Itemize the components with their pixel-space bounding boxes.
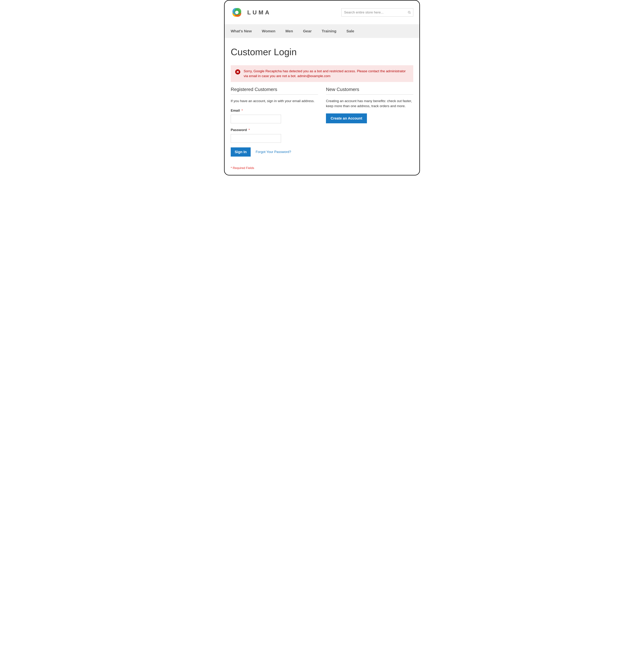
required-mark: * xyxy=(249,128,250,132)
app-frame: LUMA What's New Women Men Gear Training … xyxy=(224,0,420,175)
logo[interactable]: LUMA xyxy=(231,6,271,19)
password-label-text: Password xyxy=(231,128,247,132)
nav-item-whats-new[interactable]: What's New xyxy=(231,24,252,38)
logo-icon xyxy=(231,6,243,19)
error-alert: Sorry, Google Recaptcha has detected you… xyxy=(231,65,413,82)
new-customers-section: New Customers Creating an account has ma… xyxy=(326,87,413,170)
new-customers-title: New Customers xyxy=(326,87,413,92)
page-title: Customer Login xyxy=(231,46,413,57)
forgot-password-link[interactable]: Forgot Your Password? xyxy=(256,150,291,154)
nav-item-sale[interactable]: Sale xyxy=(346,24,354,38)
nav-item-women[interactable]: Women xyxy=(262,24,275,38)
create-account-button[interactable]: Create an Account xyxy=(326,113,367,123)
header: LUMA xyxy=(225,1,419,24)
search-input[interactable] xyxy=(341,8,413,16)
svg-point-5 xyxy=(408,11,410,13)
nav-item-men[interactable]: Men xyxy=(285,24,293,38)
svg-point-4 xyxy=(235,11,238,14)
search-icon[interactable] xyxy=(408,11,411,14)
nav-item-gear[interactable]: Gear xyxy=(303,24,312,38)
new-customers-description: Creating an account has many benefits: c… xyxy=(326,99,413,108)
error-icon xyxy=(235,69,240,75)
registered-customers-section: Registered Customers If you have an acco… xyxy=(231,87,318,170)
email-label-text: Email xyxy=(231,109,240,112)
password-field[interactable] xyxy=(231,134,281,143)
main-nav: What's New Women Men Gear Training Sale xyxy=(225,24,419,38)
registered-description: If you have an account, sign in with you… xyxy=(231,99,318,104)
registered-title: Registered Customers xyxy=(231,87,318,92)
email-field-wrap: Email * xyxy=(231,109,318,123)
email-field[interactable] xyxy=(231,115,281,123)
error-message: Sorry, Google Recaptcha has detected you… xyxy=(244,69,409,78)
svg-line-6 xyxy=(410,13,411,14)
password-label: Password * xyxy=(231,128,318,132)
logo-text: LUMA xyxy=(247,9,271,16)
search xyxy=(341,8,413,16)
required-mark: * xyxy=(241,109,243,112)
password-field-wrap: Password * xyxy=(231,128,318,143)
main-content: Customer Login Sorry, Google Recaptcha h… xyxy=(225,38,419,175)
nav-item-training[interactable]: Training xyxy=(321,24,336,38)
email-label: Email * xyxy=(231,109,318,112)
sign-in-button[interactable]: Sign In xyxy=(231,147,251,156)
required-fields-note: * Required Fields xyxy=(231,166,318,170)
login-actions: Sign In Forgot Your Password? xyxy=(231,147,318,156)
